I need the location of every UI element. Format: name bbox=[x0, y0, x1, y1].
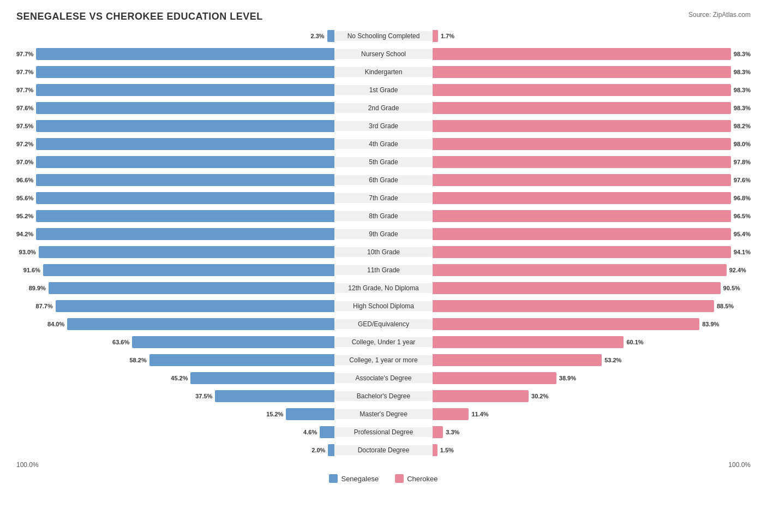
legend-color-pink bbox=[395, 474, 404, 483]
right-section: 95.4% bbox=[433, 226, 751, 242]
right-section: 3.3% bbox=[433, 424, 751, 440]
bar-pink bbox=[433, 282, 721, 294]
legend-cherokee: Cherokee bbox=[395, 474, 438, 483]
right-section: 92.4% bbox=[433, 262, 751, 278]
bar-row: 2.0%Doctorate Degree1.5% bbox=[16, 442, 751, 458]
bar-row-inner: 84.0%GED/Equivalency83.9% bbox=[16, 316, 751, 332]
bar-label-left: 84.0% bbox=[47, 321, 64, 327]
bar-row: 2.3%No Schooling Completed1.7% bbox=[16, 28, 751, 44]
bar-blue bbox=[36, 120, 334, 132]
left-section: 89.9% bbox=[16, 280, 334, 296]
right-section: 1.5% bbox=[433, 442, 751, 458]
bar-row-inner: 95.2%8th Grade96.5% bbox=[16, 208, 751, 224]
bar-row-inner: 95.6%7th Grade96.8% bbox=[16, 190, 751, 206]
bar-row-inner: 97.6%2nd Grade98.3% bbox=[16, 100, 751, 116]
left-section: 97.7% bbox=[16, 64, 334, 80]
bar-blue bbox=[36, 48, 334, 60]
bar-label-left: 97.0% bbox=[16, 159, 33, 165]
right-section: 94.1% bbox=[433, 244, 751, 260]
right-wrapper: 98.3% bbox=[433, 48, 751, 60]
right-section: 1.7% bbox=[433, 28, 751, 44]
bar-label-right: 98.3% bbox=[734, 105, 751, 111]
right-wrapper: 38.9% bbox=[433, 372, 751, 384]
left-wrapper: 63.6% bbox=[16, 336, 334, 348]
bar-row-inner: 58.2%College, 1 year or more53.2% bbox=[16, 352, 751, 368]
bar-label-right: 60.1% bbox=[626, 339, 643, 345]
left-section: 97.0% bbox=[16, 154, 334, 170]
bar-blue bbox=[36, 192, 334, 204]
bar-label-right: 98.0% bbox=[734, 141, 751, 147]
bar-row: 58.2%College, 1 year or more53.2% bbox=[16, 352, 751, 368]
left-wrapper: 91.6% bbox=[16, 264, 334, 276]
bar-blue bbox=[190, 372, 334, 384]
left-wrapper: 2.0% bbox=[16, 444, 334, 456]
bar-row-inner: 94.2%9th Grade95.4% bbox=[16, 226, 751, 242]
left-section: 97.2% bbox=[16, 136, 334, 152]
left-wrapper: 93.0% bbox=[16, 246, 334, 258]
left-section: 93.0% bbox=[16, 244, 334, 260]
bar-blue bbox=[67, 318, 334, 330]
left-section: 97.5% bbox=[16, 118, 334, 134]
left-wrapper: 97.6% bbox=[16, 102, 334, 114]
left-wrapper: 94.2% bbox=[16, 228, 334, 240]
bar-label-left: 2.0% bbox=[311, 447, 325, 453]
bar-label-left: 97.7% bbox=[16, 69, 33, 75]
left-section: 97.7% bbox=[16, 82, 334, 98]
left-section: 97.6% bbox=[16, 100, 334, 116]
left-wrapper: 45.2% bbox=[16, 372, 334, 384]
left-section: 95.2% bbox=[16, 208, 334, 224]
right-wrapper: 1.7% bbox=[433, 30, 751, 42]
source-text: Source: ZipAtlas.com bbox=[688, 11, 751, 19]
bar-pink bbox=[433, 102, 731, 114]
right-section: 98.0% bbox=[433, 136, 751, 152]
bar-pink bbox=[433, 138, 731, 150]
bar-blue bbox=[36, 138, 334, 150]
bar-row-inner: 97.7%Kindergarten98.3% bbox=[16, 64, 751, 80]
right-wrapper: 90.5% bbox=[433, 282, 751, 294]
right-section: 96.5% bbox=[433, 208, 751, 224]
bottom-label-left: 100.0% bbox=[16, 461, 39, 469]
chart-container: SENEGALESE VS CHEROKEE EDUCATION LEVEL S… bbox=[0, 0, 767, 505]
bar-blue bbox=[132, 336, 334, 348]
center-label: College, Under 1 year bbox=[334, 337, 433, 347]
bar-row-inner: 4.6%Professional Degree3.3% bbox=[16, 424, 751, 440]
bar-row: 97.6%2nd Grade98.3% bbox=[16, 100, 751, 116]
bar-pink bbox=[433, 408, 469, 420]
bar-label-left: 63.6% bbox=[112, 339, 129, 345]
center-label: Associate's Degree bbox=[334, 373, 433, 383]
bar-row-inner: 2.3%No Schooling Completed1.7% bbox=[16, 28, 751, 44]
left-wrapper: 97.2% bbox=[16, 138, 334, 150]
bottom-label-right: 100.0% bbox=[728, 461, 751, 469]
bar-pink bbox=[433, 48, 731, 60]
right-section: 98.2% bbox=[433, 118, 751, 134]
bar-row-inner: 37.5%Bachelor's Degree30.2% bbox=[16, 388, 751, 404]
bar-label-left: 97.7% bbox=[16, 87, 33, 93]
bar-label-right: 98.2% bbox=[734, 123, 751, 129]
center-label: 10th Grade bbox=[334, 247, 433, 257]
center-label: Nursery School bbox=[334, 49, 433, 59]
bar-row: 94.2%9th Grade95.4% bbox=[16, 226, 751, 242]
bar-blue bbox=[36, 156, 334, 168]
left-wrapper: 89.9% bbox=[16, 282, 334, 294]
right-wrapper: 98.3% bbox=[433, 84, 751, 96]
bar-row: 45.2%Associate's Degree38.9% bbox=[16, 370, 751, 386]
bar-label-right: 92.4% bbox=[729, 267, 746, 273]
bar-row: 89.9%12th Grade, No Diploma90.5% bbox=[16, 280, 751, 296]
bar-pink bbox=[433, 318, 699, 330]
bar-row: 15.2%Master's Degree11.4% bbox=[16, 406, 751, 422]
right-section: 53.2% bbox=[433, 352, 751, 368]
center-label: 5th Grade bbox=[334, 157, 433, 167]
right-section: 88.5% bbox=[433, 298, 751, 314]
legend-color-blue bbox=[329, 474, 338, 483]
bar-label-right: 1.7% bbox=[441, 33, 454, 39]
bar-pink bbox=[433, 174, 731, 186]
bottom-labels: 100.0% 100.0% bbox=[16, 461, 751, 469]
legend-label-cherokee: Cherokee bbox=[407, 475, 438, 483]
left-section: 63.6% bbox=[16, 334, 334, 350]
legend-label-senegalese: Senegalese bbox=[341, 475, 379, 483]
bar-label-left: 4.6% bbox=[303, 429, 317, 435]
right-wrapper: 1.5% bbox=[433, 444, 751, 456]
right-wrapper: 97.8% bbox=[433, 156, 751, 168]
bar-pink bbox=[433, 228, 731, 240]
right-wrapper: 97.6% bbox=[433, 174, 751, 186]
